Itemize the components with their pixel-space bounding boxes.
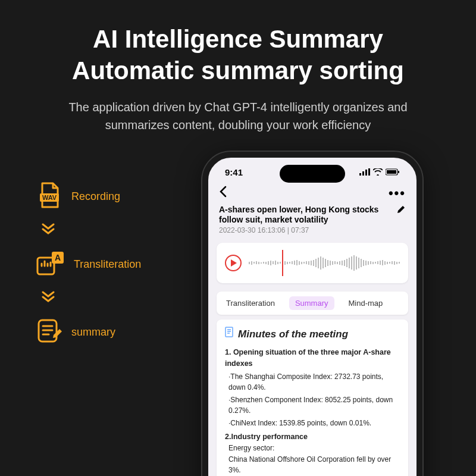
hero-subtitle: The application driven by Chat GPT-4 int…	[0, 92, 476, 152]
hero-title: AI Intelligence Summary Automatic summar…	[0, 0, 476, 92]
audio-player	[217, 243, 408, 283]
article-meta: 2022-03-30 16:13:06 | 07:37	[219, 226, 390, 234]
svg-rect-6	[359, 173, 361, 176]
signal-icon	[359, 167, 370, 177]
wifi-icon	[373, 167, 383, 177]
article-title: A-shares open lower, Hong Kong stocks fo…	[219, 205, 390, 225]
transliteration-icon: A	[36, 249, 65, 279]
phone-notch	[280, 165, 345, 183]
chevron-down-icon	[36, 223, 65, 237]
status-time: 9:41	[225, 167, 243, 177]
phone-mockup: 9:41 ••• A-shares open lower, Hon	[202, 152, 422, 476]
bullet: ·ChiNext Index: 1539.85 points, down 0.0…	[228, 418, 400, 429]
svg-text:A: A	[55, 253, 61, 262]
play-button[interactable]	[225, 255, 242, 271]
more-button[interactable]: •••	[389, 186, 406, 201]
step-recording-label: Recording	[71, 190, 120, 203]
svg-rect-7	[362, 171, 364, 176]
svg-text:WAV: WAV	[42, 194, 57, 201]
step-recording: WAV Recording	[36, 181, 178, 211]
summary-heading: Minutes of the meeting	[225, 327, 400, 342]
edit-icon[interactable]	[396, 205, 406, 217]
bullet: ·The Shanghai Composite Index: 2732.73 p…	[228, 371, 400, 393]
svg-rect-2	[37, 258, 54, 274]
tab-transliteration[interactable]: Transliteration	[223, 296, 278, 310]
doc-icon	[225, 327, 234, 342]
svg-rect-8	[365, 170, 367, 176]
tab-mindmap[interactable]: Mind-map	[345, 296, 387, 310]
svg-rect-11	[387, 170, 396, 174]
energy-line: China National Offshore Oil Corporation …	[228, 454, 400, 476]
step-summary: summary	[36, 317, 178, 347]
chevron-down-icon	[36, 291, 65, 305]
wav-file-icon: WAV	[36, 181, 63, 211]
waveform[interactable]	[249, 252, 400, 274]
step-summary-label: summary	[71, 326, 115, 339]
tab-summary[interactable]: Summary	[289, 296, 334, 310]
bullet: ·Shenzhen Component Index: 8052.25 point…	[228, 394, 400, 416]
tabs: Transliteration Summary Mind-map	[217, 292, 408, 315]
step-transliteration-label: Transliteration	[74, 258, 141, 271]
summary-card: Minutes of the meeting 1. Opening situat…	[217, 320, 408, 476]
back-button[interactable]	[219, 186, 227, 201]
steps-column: WAV Recording A Transliteration	[36, 152, 178, 347]
summary-edit-icon	[36, 317, 63, 347]
svg-rect-9	[368, 168, 370, 176]
svg-rect-12	[398, 171, 399, 173]
svg-rect-13	[226, 327, 233, 337]
section-1-title: 1. Opening situation of the three major …	[225, 347, 400, 370]
energy-label: Energy sector:	[228, 443, 400, 454]
section-2-title: 2.Industry performance	[225, 431, 400, 443]
step-transliteration: A Transliteration	[36, 249, 178, 279]
battery-icon	[386, 167, 400, 177]
